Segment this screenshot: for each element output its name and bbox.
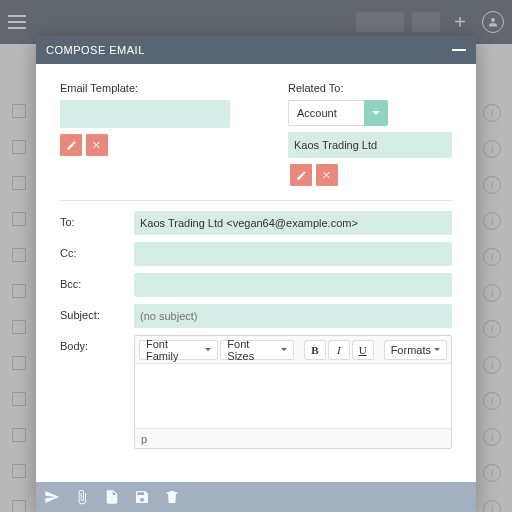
template-clear-button[interactable] [86,134,108,156]
font-family-select[interactable]: Font Family [139,340,218,360]
editor-content[interactable] [135,364,451,428]
bold-button[interactable]: B [304,340,326,360]
document-icon[interactable] [104,489,120,505]
email-template-input[interactable] [60,100,230,128]
cc-input[interactable] [134,242,452,266]
email-template-label: Email Template: [60,82,260,94]
related-edit-button[interactable] [290,164,312,186]
chevron-down-icon [364,100,388,126]
modal-footer [36,482,476,512]
related-clear-button[interactable] [316,164,338,186]
template-edit-button[interactable] [60,134,82,156]
modal-title: COMPOSE EMAIL [46,44,452,56]
related-module-value: Account [288,100,364,126]
underline-button[interactable]: U [352,340,374,360]
bcc-label: Bcc: [60,273,120,290]
to-label: To: [60,211,120,228]
modal-titlebar: COMPOSE EMAIL [36,36,476,64]
attach-icon[interactable] [74,489,90,505]
cc-label: Cc: [60,242,120,259]
save-icon[interactable] [134,489,150,505]
editor-status-path: p [135,428,451,448]
related-to-label: Related To: [288,82,452,94]
formats-select[interactable]: Formats [384,340,447,360]
bcc-input[interactable] [134,273,452,297]
delete-icon[interactable] [164,489,180,505]
body-label: Body: [60,335,120,352]
italic-button[interactable]: I [328,340,350,360]
editor-toolbar: Font Family Font Sizes B I U Formats [135,336,451,364]
related-record-input[interactable] [288,132,452,158]
send-icon[interactable] [44,489,60,505]
subject-input[interactable] [134,304,452,328]
compose-email-modal: COMPOSE EMAIL Email Template: Related To… [36,36,476,512]
minimize-icon[interactable] [452,49,466,51]
divider [60,200,452,201]
related-module-select[interactable]: Account [288,100,388,126]
to-input[interactable] [134,211,452,235]
rich-text-editor: Font Family Font Sizes B I U Formats p [134,335,452,449]
font-size-select[interactable]: Font Sizes [220,340,294,360]
subject-label: Subject: [60,304,120,321]
